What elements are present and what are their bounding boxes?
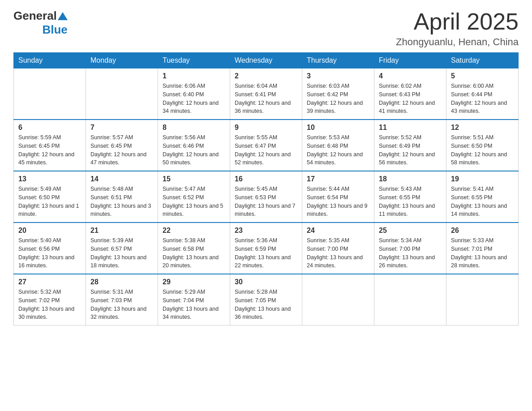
day-info: Sunrise: 5:44 AMSunset: 6:54 PMDaylight:…: [307, 185, 369, 218]
day-number: 21: [90, 227, 153, 235]
calendar-cell: 10Sunrise: 5:53 AMSunset: 6:48 PMDayligh…: [302, 120, 374, 171]
calendar-cell: 18Sunrise: 5:43 AMSunset: 6:55 PMDayligh…: [374, 171, 446, 223]
day-number: 27: [18, 278, 81, 286]
logo-general-text: General: [13, 9, 57, 23]
calendar-cell: 15Sunrise: 5:47 AMSunset: 6:52 PMDayligh…: [158, 171, 230, 223]
day-info: Sunrise: 5:48 AMSunset: 6:51 PMDaylight:…: [90, 185, 153, 218]
calendar-cell: 1Sunrise: 6:06 AMSunset: 6:40 PMDaylight…: [158, 68, 230, 120]
calendar-cell: 2Sunrise: 6:04 AMSunset: 6:41 PMDaylight…: [230, 68, 302, 120]
day-number: 15: [163, 175, 225, 183]
col-header-wednesday: Wednesday: [230, 53, 302, 68]
calendar-cell: 21Sunrise: 5:39 AMSunset: 6:57 PMDayligh…: [86, 223, 158, 274]
calendar-cell: 17Sunrise: 5:44 AMSunset: 6:54 PMDayligh…: [302, 171, 374, 223]
day-number: 9: [235, 124, 297, 132]
day-number: 25: [379, 227, 442, 235]
day-number: 8: [163, 124, 225, 132]
day-info: Sunrise: 6:03 AMSunset: 6:42 PMDaylight:…: [307, 82, 369, 116]
day-info: Sunrise: 5:56 AMSunset: 6:46 PMDaylight:…: [163, 133, 225, 167]
day-info: Sunrise: 6:00 AMSunset: 6:44 PMDaylight:…: [451, 82, 514, 116]
calendar-cell: [86, 68, 158, 120]
svg-marker-0: [58, 12, 68, 20]
calendar-cell: 11Sunrise: 5:52 AMSunset: 6:49 PMDayligh…: [374, 120, 446, 171]
day-number: 16: [235, 175, 297, 183]
title-section: April 2025 Zhongyuanlu, Henan, China: [396, 9, 519, 48]
day-info: Sunrise: 6:04 AMSunset: 6:41 PMDaylight:…: [235, 82, 297, 116]
calendar-cell: [302, 274, 374, 325]
col-header-monday: Monday: [86, 53, 158, 68]
day-number: 1: [163, 72, 225, 80]
calendar-cell: 22Sunrise: 5:38 AMSunset: 6:58 PMDayligh…: [158, 223, 230, 274]
col-header-tuesday: Tuesday: [158, 53, 230, 68]
calendar-cell: 8Sunrise: 5:56 AMSunset: 6:46 PMDaylight…: [158, 120, 230, 171]
page-header: General Blue April 2025 Zhongyuanlu, Hen…: [13, 9, 519, 48]
day-info: Sunrise: 5:31 AMSunset: 7:03 PMDaylight:…: [90, 288, 153, 321]
calendar-cell: 12Sunrise: 5:51 AMSunset: 6:50 PMDayligh…: [446, 120, 519, 171]
col-header-thursday: Thursday: [302, 53, 374, 68]
logo-blue-text: Blue: [42, 23, 67, 37]
calendar-week-row: 1Sunrise: 6:06 AMSunset: 6:40 PMDaylight…: [14, 68, 519, 120]
day-info: Sunrise: 5:57 AMSunset: 6:45 PMDaylight:…: [90, 133, 153, 167]
calendar-cell: 7Sunrise: 5:57 AMSunset: 6:45 PMDaylight…: [86, 120, 158, 171]
calendar-cell: 26Sunrise: 5:33 AMSunset: 7:01 PMDayligh…: [446, 223, 519, 274]
calendar-cell: 14Sunrise: 5:48 AMSunset: 6:51 PMDayligh…: [86, 171, 158, 223]
calendar-cell: 3Sunrise: 6:03 AMSunset: 6:42 PMDaylight…: [302, 68, 374, 120]
calendar-week-row: 20Sunrise: 5:40 AMSunset: 6:56 PMDayligh…: [14, 223, 519, 274]
day-info: Sunrise: 6:06 AMSunset: 6:40 PMDaylight:…: [163, 82, 225, 116]
day-info: Sunrise: 5:33 AMSunset: 7:01 PMDaylight:…: [451, 236, 514, 270]
day-number: 28: [90, 278, 153, 286]
calendar-week-row: 27Sunrise: 5:32 AMSunset: 7:02 PMDayligh…: [14, 274, 519, 325]
calendar-cell: 24Sunrise: 5:35 AMSunset: 7:00 PMDayligh…: [302, 223, 374, 274]
calendar-cell: 23Sunrise: 5:36 AMSunset: 6:59 PMDayligh…: [230, 223, 302, 274]
day-number: 7: [90, 124, 153, 132]
day-number: 19: [451, 175, 514, 183]
calendar-cell: 20Sunrise: 5:40 AMSunset: 6:56 PMDayligh…: [14, 223, 86, 274]
calendar-cell: 25Sunrise: 5:34 AMSunset: 7:00 PMDayligh…: [374, 223, 446, 274]
calendar-cell: 4Sunrise: 6:02 AMSunset: 6:43 PMDaylight…: [374, 68, 446, 120]
day-info: Sunrise: 5:40 AMSunset: 6:56 PMDaylight:…: [18, 236, 81, 270]
calendar-cell: 30Sunrise: 5:28 AMSunset: 7:05 PMDayligh…: [230, 274, 302, 325]
day-number: 23: [235, 227, 297, 235]
calendar-cell: 6Sunrise: 5:59 AMSunset: 6:45 PMDaylight…: [14, 120, 86, 171]
calendar-cell: 28Sunrise: 5:31 AMSunset: 7:03 PMDayligh…: [86, 274, 158, 325]
day-info: Sunrise: 5:41 AMSunset: 6:55 PMDaylight:…: [451, 185, 514, 218]
day-number: 11: [379, 124, 442, 132]
calendar-cell: 13Sunrise: 5:49 AMSunset: 6:50 PMDayligh…: [14, 171, 86, 223]
day-number: 24: [307, 227, 369, 235]
day-number: 4: [379, 72, 442, 80]
day-number: 22: [163, 227, 225, 235]
location-subtitle: Zhongyuanlu, Henan, China: [396, 36, 519, 48]
day-info: Sunrise: 5:35 AMSunset: 7:00 PMDaylight:…: [307, 236, 369, 270]
day-number: 30: [235, 278, 297, 286]
day-number: 6: [18, 124, 81, 132]
day-info: Sunrise: 5:43 AMSunset: 6:55 PMDaylight:…: [379, 185, 442, 218]
day-info: Sunrise: 5:59 AMSunset: 6:45 PMDaylight:…: [18, 133, 81, 167]
day-info: Sunrise: 5:49 AMSunset: 6:50 PMDaylight:…: [18, 185, 81, 218]
day-number: 3: [307, 72, 369, 80]
day-info: Sunrise: 5:39 AMSunset: 6:57 PMDaylight:…: [90, 236, 153, 270]
day-info: Sunrise: 5:28 AMSunset: 7:05 PMDaylight:…: [235, 288, 297, 321]
calendar-week-row: 6Sunrise: 5:59 AMSunset: 6:45 PMDaylight…: [14, 120, 519, 171]
day-info: Sunrise: 5:38 AMSunset: 6:58 PMDaylight:…: [163, 236, 225, 270]
day-number: 10: [307, 124, 369, 132]
day-number: 12: [451, 124, 514, 132]
day-info: Sunrise: 5:45 AMSunset: 6:53 PMDaylight:…: [235, 185, 297, 218]
calendar-header-row: Sunday Monday Tuesday Wednesday Thursday…: [14, 53, 519, 68]
col-header-friday: Friday: [374, 53, 446, 68]
calendar-table: Sunday Monday Tuesday Wednesday Thursday…: [13, 52, 519, 325]
day-number: 29: [163, 278, 225, 286]
day-number: 2: [235, 72, 297, 80]
day-info: Sunrise: 5:55 AMSunset: 6:47 PMDaylight:…: [235, 133, 297, 167]
calendar-cell: [374, 274, 446, 325]
col-header-sunday: Sunday: [14, 53, 86, 68]
calendar-cell: 9Sunrise: 5:55 AMSunset: 6:47 PMDaylight…: [230, 120, 302, 171]
day-info: Sunrise: 6:02 AMSunset: 6:43 PMDaylight:…: [379, 82, 442, 116]
day-number: 18: [379, 175, 442, 183]
calendar-cell: 27Sunrise: 5:32 AMSunset: 7:02 PMDayligh…: [14, 274, 86, 325]
month-title: April 2025: [396, 9, 519, 34]
col-header-saturday: Saturday: [446, 53, 519, 68]
day-number: 20: [18, 227, 81, 235]
calendar-week-row: 13Sunrise: 5:49 AMSunset: 6:50 PMDayligh…: [14, 171, 519, 223]
logo-triangle-icon: [58, 12, 68, 20]
day-info: Sunrise: 5:53 AMSunset: 6:48 PMDaylight:…: [307, 133, 369, 167]
calendar-cell: 5Sunrise: 6:00 AMSunset: 6:44 PMDaylight…: [446, 68, 519, 120]
